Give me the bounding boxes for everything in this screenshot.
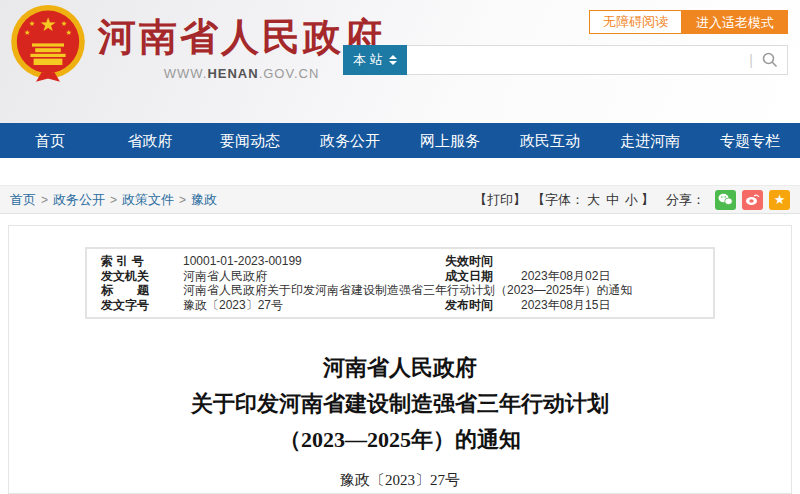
svg-text:★: ★ xyxy=(66,28,72,37)
print-button[interactable]: 【打印】 xyxy=(474,191,526,209)
breadcrumb: 首页>政务公开>政策文件>豫政 xyxy=(10,191,217,209)
document-reference-number: 豫政〔2023〕27号 xyxy=(9,471,791,490)
nav-item-home[interactable]: 首页 xyxy=(0,123,100,158)
page-tools: 【打印】 【字体： 大 中 小 】 分享： ★ xyxy=(468,190,790,210)
document-title: 河南省人民政府 关于印发河南省建设制造强省三年行动计划 （2023—2025年）… xyxy=(9,350,791,458)
site-title: 河南省人民政府 xyxy=(98,12,385,63)
svg-text:★: ★ xyxy=(39,14,56,35)
meta-row-document-number: 发文字号 豫政〔2023〕27号 发布时间 2023年08月15日 xyxy=(101,298,699,313)
font-size-large-button[interactable]: 大 xyxy=(587,191,600,209)
scope-updown-arrows-icon xyxy=(389,55,397,65)
nav-item-provincial-government[interactable]: 省政府 xyxy=(100,123,200,158)
breadcrumb-home[interactable]: 首页 xyxy=(10,192,36,207)
breadcrumb-yuzheng[interactable]: 豫政 xyxy=(191,192,217,207)
meta-row-issuing-agency: 发文机关 河南省人民政府 成文日期 2023年08月02日 xyxy=(101,269,699,284)
document-title-line2: 关于印发河南省建设制造强省三年行动计划 xyxy=(9,386,791,422)
search-bar: 本站 | xyxy=(343,45,788,75)
accessibility-reading-button[interactable]: 无障碍阅读 xyxy=(589,10,682,34)
national-emblem-logo: ★ ★ ★ ★ ★ xyxy=(8,3,88,87)
search-input[interactable] xyxy=(407,47,749,73)
document-meta-table: 索 引 号 10001-01-2023-00199 失效时间 发文机关 河南省人… xyxy=(85,247,715,319)
svg-text:★: ★ xyxy=(61,19,67,28)
search-icon xyxy=(762,52,778,68)
meta-row-index-number: 索 引 号 10001-01-2023-00199 失效时间 xyxy=(101,254,699,269)
meta-row-title: 标 题 河南省人民政府关于印发河南省建设制造强省三年行动计划（2023—2025… xyxy=(101,283,699,298)
nav-item-public-interaction[interactable]: 政民互动 xyxy=(500,123,600,158)
nav-item-special-topics[interactable]: 专题专栏 xyxy=(700,123,800,158)
site-url: WWW.HENAN.GOV.CN xyxy=(98,66,385,81)
font-size-small-button[interactable]: 小 xyxy=(625,191,638,209)
breadcrumb-bar: 首页>政务公开>政策文件>豫政 【打印】 【字体： 大 中 小 】 分享： ★ xyxy=(0,185,800,214)
share-weibo-icon[interactable] xyxy=(742,190,763,210)
font-size-label-close: 】 xyxy=(641,191,654,209)
nav-item-about-henan[interactable]: 走进河南 xyxy=(600,123,700,158)
font-size-medium-button[interactable]: 中 xyxy=(606,191,619,209)
document-content: 索 引 号 10001-01-2023-00199 失效时间 发文机关 河南省人… xyxy=(8,225,792,494)
share-qzone-star-icon[interactable]: ★ xyxy=(769,190,790,210)
main-navigation: 首页 省政府 要闻动态 政务公开 网上服务 政民互动 走进河南 专题专栏 xyxy=(0,123,800,158)
font-size-label-open: 【字体： xyxy=(532,191,584,209)
search-scope-select[interactable]: 本站 xyxy=(343,45,407,75)
breadcrumb-government-affairs[interactable]: 政务公开 xyxy=(53,192,105,207)
nav-item-government-affairs[interactable]: 政务公开 xyxy=(300,123,400,158)
elder-mode-button[interactable]: 进入适老模式 xyxy=(682,10,788,34)
svg-text:★: ★ xyxy=(24,28,30,37)
site-header: ★ ★ ★ ★ ★ 河南省人民政府 WWW.HENAN.GOV.CN 无障碍阅读… xyxy=(0,0,800,123)
breadcrumb-policy-documents[interactable]: 政策文件 xyxy=(122,192,174,207)
svg-text:★: ★ xyxy=(29,19,35,28)
nav-item-news[interactable]: 要闻动态 xyxy=(200,123,300,158)
search-button[interactable] xyxy=(753,46,787,74)
document-title-line1: 河南省人民政府 xyxy=(9,350,791,386)
share-label: 分享： xyxy=(666,191,705,209)
share-wechat-icon[interactable] xyxy=(715,190,736,210)
nav-item-online-services[interactable]: 网上服务 xyxy=(400,123,500,158)
document-title-line3: （2023—2025年）的通知 xyxy=(9,422,791,458)
